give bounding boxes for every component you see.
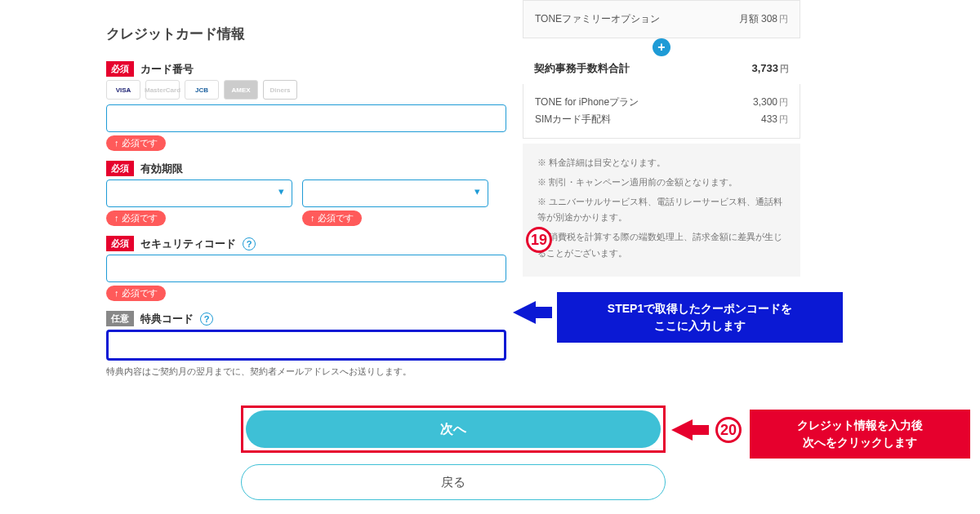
callout-next: クレジット情報を入力後 次へをクリックします [750,410,970,459]
callout-line: クレジット情報を入力後 [755,417,965,434]
promo-code-label: 特典コード [140,312,194,326]
item-amount: 433 [761,113,777,125]
next-button-highlight: 次へ [241,405,666,453]
diners-icon: Diners [263,80,297,100]
callout-line: ここに入力します [564,317,836,335]
security-code-input[interactable] [106,255,506,282]
arrow-left-icon [671,419,693,441]
yen-unit: 円 [779,97,788,107]
callout-coupon: STEP1で取得したクーポンコードを ここに入力します [557,292,843,343]
expiry-month-error: 必須です [106,210,166,226]
visa-icon: VISA [106,80,140,100]
mastercard-icon: MasterCard [145,80,180,100]
note-line: ※ 消費税を計算する際の端数処理上、請求金額に差異が生じることがございます。 [537,229,786,262]
expiry-year-select[interactable] [302,179,488,207]
card-number-error: 必須です [106,135,166,151]
option-label: TONEファミリーオプション [535,12,660,26]
expiry-label: 有効期限 [140,162,183,176]
card-logos: VISA MasterCard JCB AMEX Diners [106,80,506,100]
item-amount: 3,300 [753,96,777,108]
security-code-field: 必須 セキュリティコード ? 必須です [106,236,506,306]
card-number-label: カード番号 [140,62,194,77]
note-line: ※ ユニバーサルサービス料、電話リレーサービス料、通話料等が別途かかります。 [537,194,786,227]
expiry-month-select[interactable] [106,179,292,207]
promo-helper-text: 特典内容はご契約月の翌月までに、契約者メールアドレスへお送りします。 [106,366,506,378]
card-number-input[interactable] [106,104,506,132]
arrow-left-icon [513,301,536,324]
option-price-box: TONEファミリーオプション 月額 308円 [523,0,800,38]
option-prefix: 月額 [739,13,759,24]
step-badge-19: 19 [526,227,552,253]
help-icon[interactable]: ? [200,312,213,326]
breakdown-box: TONE for iPhoneプラン 3,300円 SIMカード手配料 433円 [523,84,800,139]
next-button[interactable]: 次へ [246,410,661,448]
yen-unit: 円 [779,114,788,124]
promo-code-field: 任意 特典コード ? 特典内容はご契約月の翌月までに、契約者メールアドレスへお送… [106,311,506,378]
security-code-error: 必須です [106,286,166,301]
item-label: SIMカード手配料 [535,113,611,126]
callout-line: STEP1で取得したクーポンコードを [564,300,836,317]
help-icon[interactable]: ? [243,237,256,250]
total-label: 契約事務手数料合計 [534,61,630,76]
card-number-field: 必須 カード番号 VISA MasterCard JCB AMEX Diners… [106,61,506,156]
security-code-label: セキュリティコード [140,237,236,251]
required-badge: 必須 [106,161,134,176]
promo-code-input[interactable] [106,330,506,361]
option-amount: 308 [761,13,777,24]
item-label: TONE for iPhoneプラン [535,95,639,109]
amex-icon: AMEX [224,80,258,100]
optional-badge: 任意 [106,311,134,326]
expiry-field: 必須 有効期限 必須です 必須です [106,161,506,231]
plus-icon: + [653,38,670,56]
step-badge-20: 20 [715,417,742,443]
note-line: ※ 料金詳細は目安となります。 [537,155,786,171]
note-line: ※ 割引・キャンペーン適用前の金額となります。 [537,175,786,191]
expiry-year-error: 必須です [302,210,362,226]
back-button[interactable]: 戻る [241,464,666,500]
price-notes: ※ 料金詳細は目安となります。 ※ 割引・キャンペーン適用前の金額となります。 … [523,144,800,277]
required-badge: 必須 [106,236,134,251]
total-amount: 3,733 [751,62,778,74]
yen-unit: 円 [780,64,789,73]
section-title: クレジットカード情報 [106,24,506,43]
required-badge: 必須 [106,61,134,77]
jcb-icon: JCB [185,80,219,100]
callout-line: 次へをクリックします [755,434,965,451]
yen-unit: 円 [779,14,788,24]
